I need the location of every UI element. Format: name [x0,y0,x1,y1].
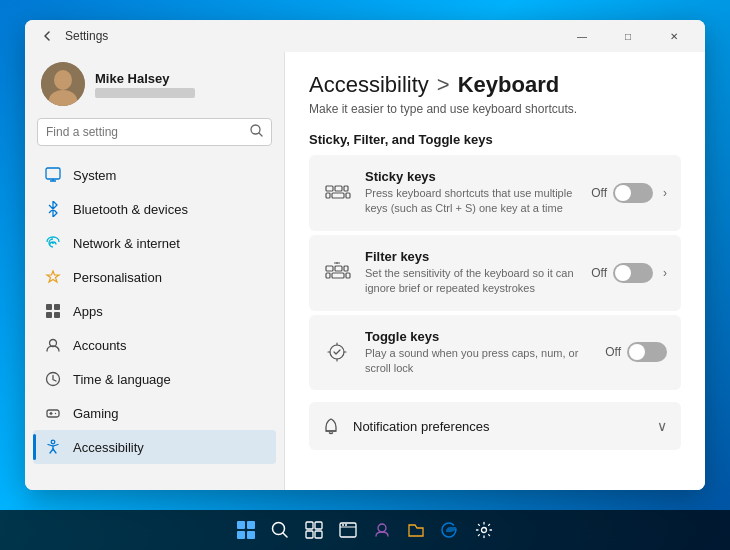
search-box[interactable] [37,118,272,146]
toggle-keys-toggle[interactable] [627,342,667,362]
svg-rect-21 [344,186,348,191]
sidebar-label-network: Network & internet [73,236,180,251]
window-controls: — □ ✕ [559,20,697,52]
sidebar-item-time[interactable]: Time & language [33,362,276,396]
svg-point-45 [378,524,386,532]
svg-rect-22 [326,193,330,198]
browser-button[interactable] [334,516,362,544]
sidebar: Mike Halsey [25,52,285,490]
search-input[interactable] [46,125,244,139]
minimize-button[interactable]: — [559,20,605,52]
edge-button[interactable] [436,516,464,544]
avatar [41,62,85,106]
notification-preferences-title: Notification preferences [353,419,490,434]
toggle-keys-icon [321,336,353,368]
filter-keys-card: Filter keys Set the sensitivity of the k… [309,235,681,311]
close-button[interactable]: ✕ [651,20,697,52]
breadcrumb-current: Keyboard [458,72,559,98]
sidebar-label-accessibility: Accessibility [73,440,144,455]
user-profile: Mike Halsey [33,52,276,118]
sidebar-item-network[interactable]: Network & internet [33,226,276,260]
toggle-keys-card: Toggle keys Play a sound when you press … [309,315,681,391]
sidebar-label-accounts: Accounts [73,338,126,353]
titlebar: Settings — □ ✕ [25,20,705,52]
filter-keys-status: Off [591,266,607,280]
svg-rect-20 [335,186,342,191]
svg-point-1 [54,70,72,90]
main-content: Accessibility > Keyboard Make it easier … [285,52,705,490]
svg-line-4 [259,133,262,136]
svg-rect-37 [306,522,313,529]
svg-point-44 [345,524,347,526]
apps-icon [43,301,63,321]
filter-keys-toggle[interactable] [613,263,653,283]
section-header: Sticky, Filter, and Toggle keys [309,132,681,147]
page-subtitle: Make it easier to type and use keyboard … [309,102,681,116]
notification-preferences-card[interactable]: Notification preferences ∨ [309,402,681,450]
sidebar-item-system[interactable]: System [33,158,276,192]
window-title: Settings [65,29,108,43]
sidebar-item-accessibility[interactable]: Accessibility [33,430,276,464]
taskbar-search-button[interactable] [266,516,294,544]
gaming-icon [43,403,63,423]
time-icon [43,369,63,389]
sidebar-label-gaming: Gaming [73,406,119,421]
window-body: Mike Halsey [25,52,705,490]
svg-rect-28 [326,273,330,278]
sticky-keys-toggle[interactable] [613,183,653,203]
sidebar-item-personalisation[interactable]: Personalisation [33,260,276,294]
maximize-button[interactable]: □ [605,20,651,52]
filter-keys-control: Off › [591,263,667,283]
svg-rect-25 [326,266,333,271]
svg-rect-5 [46,168,60,179]
sidebar-item-bluetooth[interactable]: Bluetooth & devices [33,192,276,226]
filter-keys-text: Filter keys Set the sensitivity of the k… [365,249,579,297]
taskbar [0,510,730,550]
sidebar-label-bluetooth: Bluetooth & devices [73,202,188,217]
user-info: Mike Halsey [95,71,268,98]
sidebar-item-accounts[interactable]: Accounts [33,328,276,362]
sticky-keys-status: Off [591,186,607,200]
sticky-keys-title: Sticky keys [365,169,579,184]
svg-point-17 [55,413,56,414]
svg-rect-40 [315,531,322,538]
svg-point-33 [330,345,344,359]
sidebar-item-gaming[interactable]: Gaming [33,396,276,430]
taskview-button[interactable] [300,516,328,544]
svg-rect-11 [54,312,60,318]
teams-button[interactable] [368,516,396,544]
sticky-keys-control: Off › [591,183,667,203]
sticky-keys-text: Sticky keys Press keyboard shortcuts tha… [365,169,579,217]
filter-keys-chevron[interactable]: › [663,266,667,280]
svg-rect-19 [326,186,333,191]
svg-point-18 [51,440,55,444]
svg-rect-30 [346,273,350,278]
notification-icon [321,416,341,436]
svg-rect-10 [46,312,52,318]
svg-rect-9 [54,304,60,310]
start-button[interactable] [232,516,260,544]
filter-keys-icon [321,257,353,289]
sidebar-item-apps[interactable]: Apps [33,294,276,328]
sticky-keys-desc: Press keyboard shortcuts that use multip… [365,186,579,217]
svg-rect-23 [332,193,344,198]
files-button[interactable] [402,516,430,544]
network-icon [43,233,63,253]
svg-rect-26 [335,266,342,271]
taskbar-settings-button[interactable] [470,516,498,544]
breadcrumb-parent: Accessibility [309,72,429,98]
sticky-keys-card: Sticky keys Press keyboard shortcuts tha… [309,155,681,231]
accounts-icon [43,335,63,355]
sidebar-label-time: Time & language [73,372,171,387]
svg-rect-8 [46,304,52,310]
user-email [95,88,195,98]
svg-rect-27 [344,266,348,271]
sidebar-label-system: System [73,168,116,183]
expand-icon: ∨ [657,418,667,434]
search-icon [250,124,263,140]
sticky-keys-chevron[interactable]: › [663,186,667,200]
back-button[interactable] [33,22,61,50]
accessibility-icon [43,437,63,457]
personalisation-icon [43,267,63,287]
sticky-keys-icon [321,177,353,209]
